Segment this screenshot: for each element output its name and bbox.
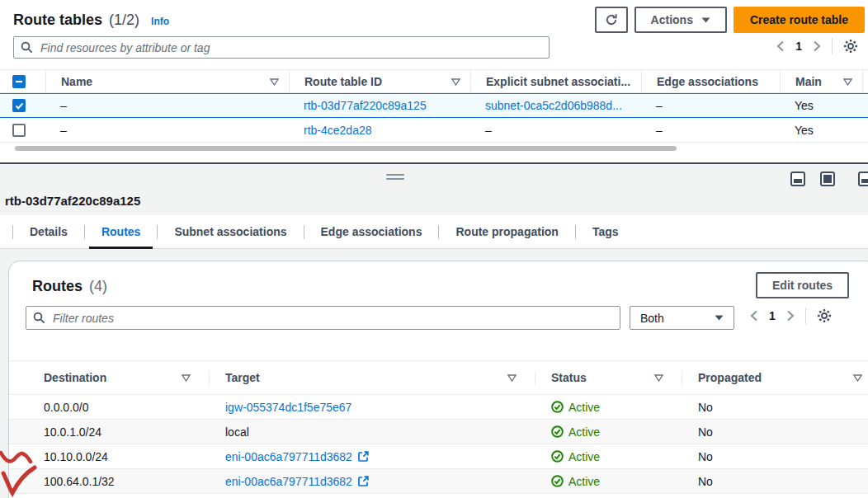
cell-status: Active bbox=[535, 475, 682, 488]
vpc-route-tables-screen: Route tables (1/2) Info Actions Create r… bbox=[0, 0, 868, 498]
edit-routes-button[interactable]: Edit routes bbox=[756, 272, 849, 298]
settings-gear-icon[interactable] bbox=[817, 308, 832, 323]
detail-tabs: Details Routes Subnet associations Edge … bbox=[0, 215, 868, 249]
column-label: Main bbox=[795, 75, 822, 88]
target-link[interactable]: eni-00ac6a797711d3682 bbox=[225, 475, 352, 488]
status-label: Active bbox=[568, 475, 600, 488]
detail-content-area: Routes (4) Edit routes Both bbox=[0, 249, 868, 498]
target-link[interactable]: igw-055374dc1f5e75e67 bbox=[225, 401, 351, 414]
column-header-status[interactable]: Status bbox=[535, 371, 682, 384]
status-active-icon bbox=[551, 425, 564, 438]
divider bbox=[832, 38, 833, 54]
sort-icon bbox=[654, 371, 663, 384]
tab-route-propagation[interactable]: Route propagation bbox=[439, 215, 574, 248]
info-link[interactable]: Info bbox=[151, 16, 169, 27]
target-local: local bbox=[225, 425, 249, 439]
column-header-main[interactable]: Main bbox=[780, 70, 862, 92]
mode-select-value: Both bbox=[640, 312, 664, 325]
route-row: 10.0.1.0/24 local Active No bbox=[9, 420, 868, 444]
settings-gear-icon[interactable] bbox=[843, 39, 858, 54]
status-active-icon bbox=[551, 401, 564, 413]
cell-edge-associations: – bbox=[641, 99, 780, 112]
tab-details[interactable]: Details bbox=[13, 215, 84, 248]
routes-title: Routes bbox=[32, 278, 83, 295]
cell-name: – bbox=[45, 124, 289, 137]
create-route-table-button[interactable]: Create route table bbox=[734, 7, 865, 33]
column-header-destination[interactable]: Destination bbox=[9, 371, 209, 384]
sort-icon bbox=[853, 371, 862, 384]
subnet-association-link[interactable]: subnet-0ca5c2d06b988d... bbox=[485, 99, 622, 112]
list-pagination: 1 bbox=[776, 38, 858, 54]
cell-status: Active bbox=[535, 401, 682, 414]
route-filter-mode-select[interactable]: Both bbox=[630, 306, 734, 330]
table-row[interactable]: – rtb-03d77af220c89a125 subnet-0ca5c2d06… bbox=[0, 93, 868, 118]
caret-down-icon bbox=[715, 315, 724, 321]
column-header-propagated[interactable]: Propagated bbox=[682, 371, 868, 384]
cell-name: – bbox=[45, 99, 289, 112]
detail-panel-title: rtb-03d77af220c89a125 bbox=[5, 194, 140, 208]
column-header-route-table-id[interactable]: Route table ID bbox=[289, 70, 470, 92]
column-label: Status bbox=[551, 371, 587, 384]
route-row: 10.10.0.0/24 eni-00ac6a797711d3682 Activ… bbox=[9, 444, 868, 469]
tab-subnet-associations[interactable]: Subnet associations bbox=[158, 215, 303, 248]
tab-routes[interactable]: Routes bbox=[85, 215, 157, 248]
chevron-right-icon[interactable] bbox=[786, 310, 795, 322]
split-panel-drag-handle[interactable] bbox=[386, 174, 404, 182]
external-link-icon[interactable] bbox=[358, 476, 369, 486]
split-panel-bottom-icon[interactable] bbox=[790, 171, 805, 186]
column-header-name[interactable]: Name bbox=[45, 70, 289, 92]
page-number[interactable]: 1 bbox=[769, 309, 776, 322]
filter-routes-input[interactable] bbox=[26, 306, 620, 330]
refresh-icon bbox=[605, 13, 618, 26]
cell-destination: 100.64.0.1/32 bbox=[9, 475, 209, 488]
row-checkbox-checked[interactable] bbox=[12, 99, 26, 112]
column-label: Route table ID bbox=[304, 75, 382, 88]
route-table-id-link[interactable]: rtb-4ce2da28 bbox=[304, 124, 372, 137]
chevron-right-icon[interactable] bbox=[813, 40, 821, 52]
cell-propagated: No bbox=[682, 450, 868, 463]
column-header-edge-associations[interactable]: Edge associations bbox=[641, 70, 780, 92]
cell-status: Active bbox=[535, 450, 682, 463]
status-active-icon bbox=[551, 450, 564, 463]
tab-tags[interactable]: Tags bbox=[576, 215, 635, 248]
actions-button[interactable]: Actions bbox=[634, 7, 727, 33]
column-label: Edge associations bbox=[657, 75, 758, 88]
chevron-left-icon[interactable] bbox=[776, 40, 785, 52]
target-link[interactable]: eni-00ac6a797711d3682 bbox=[225, 450, 352, 463]
routes-table-header: Destination Target Status Propagated bbox=[9, 360, 868, 395]
external-link-icon[interactable] bbox=[358, 451, 369, 462]
status-label: Active bbox=[568, 401, 600, 414]
horizontal-scrollbar[interactable] bbox=[15, 146, 677, 151]
route-row: 100.64.0.1/32 eni-00ac6a797711d3682 Acti… bbox=[9, 469, 868, 494]
tab-edge-associations[interactable]: Edge associations bbox=[304, 215, 439, 248]
route-table-id-link[interactable]: rtb-03d77af220c89a125 bbox=[304, 99, 427, 112]
cell-propagated: No bbox=[682, 401, 868, 414]
cell-subnet: – bbox=[470, 124, 641, 137]
column-header-explicit-subnet[interactable]: Explicit subnet associati... bbox=[470, 70, 641, 92]
column-divider bbox=[535, 371, 535, 386]
page-title: Route tables bbox=[13, 12, 102, 29]
sort-icon bbox=[507, 371, 517, 384]
caret-down-icon bbox=[701, 17, 710, 23]
row-checkbox-unchecked[interactable] bbox=[12, 124, 26, 137]
column-label: Propagated bbox=[698, 371, 762, 384]
status-label: Active bbox=[568, 450, 600, 463]
route-tables-table-header: Name Route table ID Explicit subnet asso… bbox=[0, 69, 868, 93]
route-tables-table: Name Route table ID Explicit subnet asso… bbox=[0, 69, 868, 143]
table-row[interactable]: – rtb-4ce2da28 – – Yes bbox=[0, 118, 868, 143]
routes-filter bbox=[26, 306, 620, 330]
cell-edge-associations: – bbox=[641, 124, 780, 137]
page-number[interactable]: 1 bbox=[795, 40, 802, 53]
split-panel-side-icon[interactable] bbox=[820, 171, 835, 186]
sort-icon bbox=[451, 75, 460, 88]
chevron-left-icon[interactable] bbox=[750, 310, 758, 322]
search-input[interactable] bbox=[13, 36, 550, 59]
divider bbox=[805, 308, 806, 324]
column-header-target[interactable]: Target bbox=[209, 371, 535, 384]
sort-icon bbox=[270, 75, 279, 88]
list-header: Route tables (1/2) Info Actions Create r… bbox=[13, 5, 865, 35]
select-all-checkbox[interactable] bbox=[12, 75, 26, 88]
refresh-button[interactable] bbox=[595, 7, 628, 33]
split-panel-close-icon[interactable] bbox=[858, 171, 868, 186]
routes-table: Destination Target Status Propagated bbox=[9, 360, 868, 494]
